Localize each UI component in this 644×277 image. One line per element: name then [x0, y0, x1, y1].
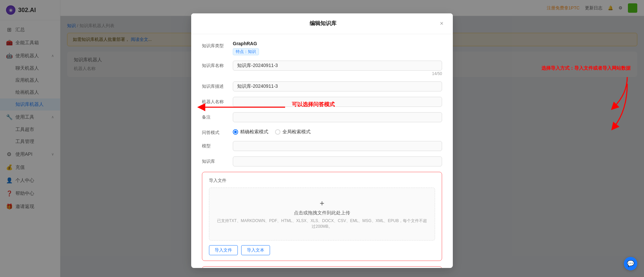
upload-plus-icon: + — [216, 199, 428, 208]
model-input[interactable] — [233, 141, 442, 151]
kb-type-value: GraphRAG — [233, 41, 257, 46]
kb-name-label: 知识库名称 — [202, 61, 229, 69]
upload-area[interactable]: + 点击或拖拽文件到此处上传 已支持TXT、MARKDOWN、PDF、HTML、… — [209, 188, 435, 240]
kb-desc-input[interactable] — [233, 81, 442, 91]
radio-global-dot — [275, 129, 280, 135]
robot-name-content — [233, 97, 442, 107]
model-content — [233, 141, 442, 151]
edit-knowledge-modal: 编辑知识库 × 知识库类型 GraphRAG 特点：知识 知识库名称 14/5 — [191, 13, 453, 268]
radio-precise-label: 精确检索模式 — [240, 129, 268, 135]
import-file-label: 导入文件 — [209, 178, 435, 184]
note-input[interactable] — [233, 112, 442, 122]
support-bubble[interactable]: 💬 — [624, 257, 637, 270]
qa-mode-content: 精确检索模式 全局检索模式 — [233, 128, 442, 135]
form-row-note: 备注 — [202, 112, 442, 122]
kb-input[interactable] — [233, 156, 442, 166]
radio-precise[interactable]: 精确检索模式 — [233, 129, 268, 135]
model-label: 模型 — [202, 141, 229, 149]
note-label: 备注 — [202, 112, 229, 120]
modal-header: 编辑知识库 × — [191, 13, 453, 34]
kb-type-content: GraphRAG 特点：知识 — [233, 41, 442, 55]
form-row-model: 模型 — [202, 141, 442, 151]
chat-icon: 💬 — [627, 260, 634, 267]
radio-group-qa: 精确检索模式 全局检索模式 — [233, 128, 442, 135]
upload-hint-text: 点击或拖拽文件到此处上传 — [216, 210, 428, 216]
form-row-kb-desc: 知识库描述 — [202, 81, 442, 91]
modal-overlay[interactable]: 编辑知识库 × 知识库类型 GraphRAG 特点：知识 知识库名称 14/5 — [0, 0, 644, 277]
form-row-kb-type: 知识库类型 GraphRAG 特点：知识 — [202, 41, 442, 55]
upload-buttons: 导入文件 导入文本 — [209, 245, 435, 255]
form-row-kb-name: 知识库名称 14/50 — [202, 61, 442, 76]
kb-content — [233, 156, 442, 166]
kb-desc-content — [233, 81, 442, 91]
kb-name-content: 14/50 — [233, 61, 442, 76]
modal-title: 编辑知识库 — [207, 20, 438, 27]
note-content — [233, 112, 442, 122]
form-row-robot-name: 机器人名称 — [202, 97, 442, 107]
kb-name-input[interactable] — [233, 61, 442, 71]
qa-mode-label: 问答模式 — [202, 128, 229, 136]
import-link-section: 导入链接 + 导入链接 导入全站 导入sitemap — [202, 266, 442, 268]
import-text-button[interactable]: 导入文本 — [241, 245, 270, 255]
kb-feature-tag: 特点：知识 — [233, 48, 259, 55]
form-row-kb: 知识库 — [202, 156, 442, 166]
import-file-button[interactable]: 导入文件 — [209, 245, 238, 255]
radio-precise-dot — [233, 129, 238, 135]
form-row-qa-mode: 问答模式 精确检索模式 全局检索模式 — [202, 128, 442, 136]
kb-desc-label: 知识库描述 — [202, 81, 229, 89]
modal-body: 知识库类型 GraphRAG 特点：知识 知识库名称 14/50 知识库描述 — [191, 34, 453, 268]
modal-close-button[interactable]: × — [438, 19, 445, 28]
robot-name-input[interactable] — [233, 97, 442, 107]
radio-global-label: 全局检索模式 — [282, 129, 311, 135]
kb-type-label: 知识库类型 — [202, 41, 229, 49]
kb-name-counter: 14/50 — [233, 71, 442, 76]
upload-formats-text: 已支持TXT、MARKDOWN、PDF、HTML、XLSX、XLS、DOCX、C… — [216, 218, 428, 229]
import-file-section: 导入文件 + 点击或拖拽文件到此处上传 已支持TXT、MARKDOWN、PDF、… — [202, 172, 442, 261]
kb-label: 知识库 — [202, 156, 229, 164]
radio-global[interactable]: 全局检索模式 — [275, 129, 311, 135]
kb-feature-tag-row: 特点：知识 — [233, 48, 442, 55]
robot-name-label: 机器人名称 — [202, 97, 229, 105]
